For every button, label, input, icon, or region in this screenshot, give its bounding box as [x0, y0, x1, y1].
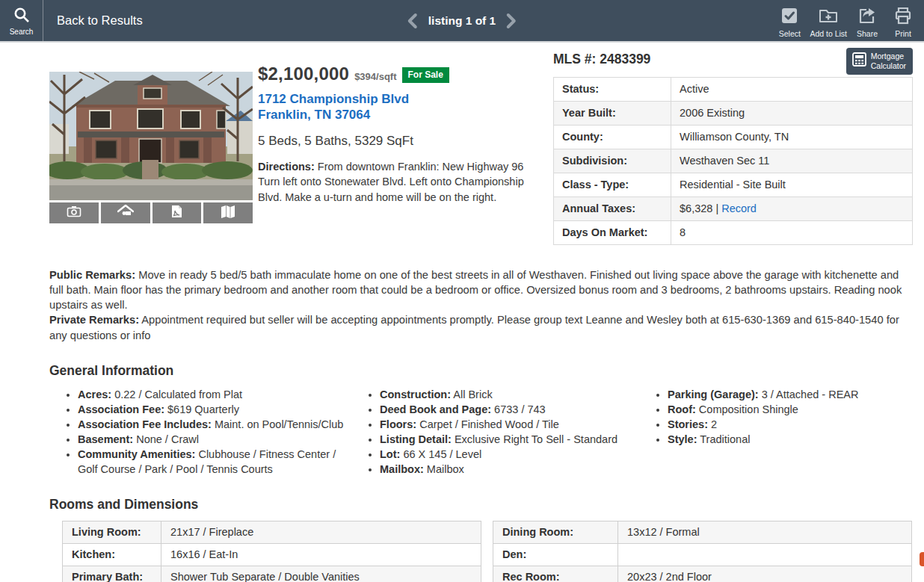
directions-label: Directions:: [258, 161, 315, 173]
list-item: Lot: 66 X 145 / Level: [380, 447, 639, 462]
print-button-label: Print: [895, 29, 911, 38]
toolbar-actions: Select Add to List Share Print: [771, 0, 924, 41]
folder-plus-icon: [818, 6, 839, 29]
list-item: Listing Detail: Exclusive Right To Sell …: [380, 432, 639, 447]
add-to-list-button-label: Add to List: [810, 29, 847, 38]
list-item: Association Fee Includes: Maint. on Pool…: [78, 417, 351, 432]
detail-label: Year Built:: [554, 102, 671, 126]
rooms-dimensions-title: Rooms and Dimensions: [0, 497, 924, 513]
public-remarks-text: Move in ready 5 bed/5 bath immaculate ho…: [49, 269, 902, 311]
map-button[interactable]: [203, 202, 253, 223]
photo-toolbar: [49, 202, 253, 223]
room-label: Rec Room:: [493, 566, 618, 582]
remarks-section: Public Remarks: Move in ready 5 bed/5 ba…: [0, 267, 924, 343]
search-button[interactable]: Search: [0, 0, 43, 41]
general-information-columns: Acres: 0.22 / Calculated from Plat Assoc…: [0, 387, 924, 477]
pdf-document-button[interactable]: [153, 202, 202, 223]
list-item: Deed Book and Page: 6733 / 743: [380, 402, 639, 417]
select-button[interactable]: Select: [771, 3, 807, 38]
detail-value: Williamson County, TN: [671, 126, 913, 149]
add-to-list-button[interactable]: Add to List: [807, 3, 849, 38]
detail-value: Active: [671, 78, 913, 102]
general-info-column-3: Parking (Garage): 3 / Attached - REAR Ro…: [639, 387, 924, 477]
detail-label: County:: [554, 126, 671, 149]
table-row: County: Williamson County, TN: [554, 126, 913, 149]
photos-button[interactable]: [49, 202, 99, 223]
rooms-table-right: Dining Room:13x12 / Formal Den: Rec Room…: [493, 521, 912, 582]
detail-value: $6,328 | Record: [671, 197, 913, 221]
list-item: Association Fee: $619 Quarterly: [78, 402, 351, 417]
virtual-tour-button[interactable]: [101, 202, 150, 223]
printer-icon: [893, 6, 913, 29]
next-listing-chevron-icon[interactable]: [505, 13, 518, 29]
listing-price: $2,100,000: [258, 64, 349, 84]
price-address-column: $2,100,000 $394/sqft For Sale 1712 Champ…: [258, 64, 548, 245]
room-value: 16x16 / Eat-In: [161, 543, 481, 566]
private-remarks: Private Remarks: Appointment required bu…: [49, 312, 909, 342]
list-item: Floors: Carpet / Finished Wood / Tile: [380, 417, 639, 432]
share-icon: [857, 6, 877, 29]
table-row: Annual Taxes: $6,328 | Record: [554, 197, 913, 221]
table-row: Rec Room:20x23 / 2nd Floor: [493, 566, 912, 582]
table-row: Living Room:21x17 / Fireplace: [63, 521, 481, 543]
list-item: Community Amenities: Clubhouse / Fitness…: [78, 447, 351, 477]
room-value: 20x23 / 2nd Floor: [618, 566, 912, 582]
share-button[interactable]: Share: [849, 3, 885, 38]
pager-label: listing 1 of 1: [428, 14, 496, 28]
print-button[interactable]: Print: [885, 3, 921, 38]
table-row: Year Built: 2006 Existing: [554, 102, 913, 126]
address-line2: Franklin, TN 37064: [258, 107, 548, 123]
general-info-column-2: Construction: All Brick Deed Book and Pa…: [351, 387, 639, 477]
table-row: Primary Bath:Shower Tub Separate / Doubl…: [63, 566, 481, 582]
room-label: Living Room:: [63, 521, 161, 543]
rooms-tables: Living Room:21x17 / Fireplace Kitchen:16…: [0, 521, 924, 582]
mls-details-column: MLS #: 2483399 Mortgage Calculator Statu…: [553, 48, 913, 245]
camera-icon: [67, 205, 81, 220]
mortgage-button-line2: Calculator: [871, 61, 906, 71]
detail-label: Status:: [554, 78, 671, 102]
room-value: 13x12 / Formal: [618, 521, 912, 543]
listing-pager: listing 1 of 1: [406, 0, 518, 41]
select-button-label: Select: [779, 29, 801, 38]
photo-column: [49, 72, 253, 245]
detail-value: 8: [671, 221, 913, 245]
list-item: Parking (Garage): 3 / Attached - REAR: [668, 387, 924, 402]
list-item: Acres: 0.22 / Calculated from Plat: [78, 387, 351, 402]
detail-label: Class - Type:: [554, 173, 671, 197]
room-value: 21x17 / Fireplace: [161, 521, 481, 543]
address-link[interactable]: 1712 Championship Blvd Franklin, TN 3706…: [258, 91, 548, 123]
tax-record-link[interactable]: Record: [721, 202, 757, 214]
room-value: [618, 543, 912, 566]
price-per-sqft: $394/sqft: [354, 71, 396, 82]
directions-text: Directions: From downtown Franklin: New …: [258, 159, 548, 205]
general-information-title: General Information: [0, 363, 924, 379]
list-item: Mailbox: Mailbox: [380, 462, 639, 477]
table-row: Class - Type: Residential - Site Built: [554, 173, 913, 197]
calculator-icon: [852, 52, 866, 69]
mortgage-button-line1: Mortgage: [871, 52, 906, 61]
table-row: Kitchen:16x16 / Eat-In: [63, 543, 481, 566]
list-item: Roof: Composition Shingle: [668, 402, 924, 417]
mortgage-calculator-button[interactable]: Mortgage Calculator: [846, 48, 913, 75]
top-toolbar: Search Back to Results listing 1 of 1 Se…: [0, 0, 924, 43]
room-label: Kitchen:: [63, 543, 161, 566]
taxes-amount: $6,328 |: [680, 202, 718, 214]
detail-label: Annual Taxes:: [554, 197, 671, 221]
room-label: Primary Bath:: [63, 566, 161, 582]
pdf-document-icon: [171, 205, 182, 221]
rooms-table-left: Living Room:21x17 / Fireplace Kitchen:16…: [62, 521, 481, 582]
beds-baths-sqft: 5 Beds, 5 Baths, 5329 SqFt: [258, 134, 548, 149]
search-button-label: Search: [10, 28, 34, 36]
feedback-edge-tab[interactable]: [920, 552, 924, 566]
room-label: Dining Room:: [493, 521, 618, 543]
private-remarks-label: Private Remarks:: [49, 314, 139, 326]
back-to-results-link[interactable]: Back to Results: [57, 0, 143, 41]
listing-details-table: Status: Active Year Built: 2006 Existing…: [553, 77, 913, 245]
general-info-column-1: Acres: 0.22 / Calculated from Plat Assoc…: [49, 387, 351, 477]
table-row: Subdivision: Westhaven Sec 11: [554, 149, 913, 173]
list-item: Stories: 2: [668, 417, 924, 432]
table-row: Dining Room:13x12 / Formal: [493, 521, 912, 543]
previous-listing-chevron-icon[interactable]: [406, 13, 419, 29]
property-photo[interactable]: [49, 72, 253, 200]
virtual-tour-icon: [117, 205, 134, 221]
